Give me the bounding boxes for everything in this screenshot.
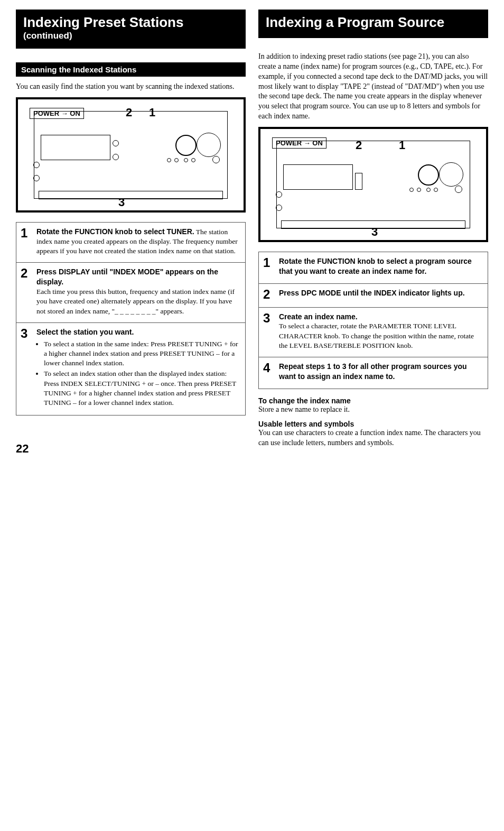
display-panel	[41, 135, 110, 160]
function-knob-icon	[418, 164, 439, 186]
knob-icon	[33, 162, 40, 168]
dot-icon	[191, 158, 195, 162]
note-change-head: To change the index name	[258, 396, 488, 405]
dot-icon	[426, 188, 431, 192]
left-steps: 1 Rotate the FUNCTION knob to select TUN…	[16, 222, 246, 416]
step-number: 2	[21, 267, 31, 316]
right-steps: 1 Rotate the FUNCTION knob to select a p…	[258, 252, 488, 389]
dot-icon	[434, 188, 438, 192]
page-number: 22	[16, 442, 246, 456]
step-lead: Press DPC MODE until the INDEX indicator…	[279, 289, 465, 297]
right-diagram: POWER → ON 2 1 3	[258, 127, 488, 242]
left-diagram: POWER → ON 2 1 3	[16, 97, 246, 213]
step-number: 3	[21, 327, 31, 409]
callout-3: 3	[118, 196, 125, 209]
step-body: Create an index name. To select a charac…	[279, 312, 483, 351]
callout-1: 1	[149, 106, 155, 119]
right-step-4: 4 Repeat steps 1 to 3 for all other prog…	[258, 357, 488, 389]
step-lead: Select the station you want.	[36, 327, 241, 337]
left-subtitle: (continued)	[23, 31, 238, 41]
page-columns: Indexing Preset Stations (continued) Sca…	[16, 10, 488, 456]
callout-1: 1	[399, 138, 405, 152]
step-body: Rotate the FUNCTION knob to select a pro…	[279, 256, 483, 276]
callout-2: 2	[356, 138, 362, 152]
dot-icon	[167, 158, 171, 162]
left-column: Indexing Preset Stations (continued) Sca…	[16, 10, 246, 456]
left-title-block: Indexing Preset Stations (continued)	[16, 10, 246, 49]
left-subheader: Scanning the Indexed Stations	[16, 62, 246, 77]
right-step-3: 3 Create an index name. To select a char…	[258, 308, 488, 358]
right-step-2: 2 Press DPC MODE until the INDEX indicat…	[258, 284, 488, 308]
step-lead: Rotate the FUNCTION knob to select TUNER…	[36, 227, 194, 236]
left-step-3: 3 Select the station you want. To select…	[16, 323, 246, 416]
step-body: Select the station you want. To select a…	[36, 327, 241, 409]
bullet-item: To select an index station other than th…	[44, 369, 241, 408]
dot-icon	[174, 158, 179, 162]
dot-icon	[184, 158, 188, 162]
step-body: Rotate the FUNCTION knob to select TUNER…	[36, 227, 241, 256]
left-intro: You can easily find the station you want…	[16, 82, 246, 92]
knob-icon	[33, 175, 40, 181]
step-text: To select a character, rotate the PARAME…	[279, 321, 483, 350]
knob-icon	[212, 156, 220, 163]
function-knob-icon	[175, 135, 197, 156]
step-lead: Rotate the FUNCTION knob to select a pro…	[279, 257, 472, 275]
right-intro: In addition to indexing preset radio sta…	[258, 52, 488, 122]
panel-icon	[355, 173, 362, 190]
step-body: Press DPC MODE until the INDEX indicator…	[279, 288, 465, 301]
receiver-outline	[276, 141, 470, 228]
note-usable-body: You can use characters to create a funct…	[258, 428, 488, 448]
step-number: 3	[263, 312, 274, 351]
receiver-outline	[34, 111, 228, 199]
callout-3: 3	[371, 225, 378, 239]
display-panel	[283, 164, 353, 190]
step-number: 1	[263, 256, 274, 276]
dot-icon	[409, 188, 414, 192]
step-body: Press DISPLAY until "INDEX MODE" appears…	[36, 267, 241, 316]
note-change-body: Store a new name to replace it.	[258, 405, 488, 415]
right-column: Indexing a Program Source In addition to…	[258, 10, 488, 456]
step-text: Each time you press this button, frequen…	[36, 287, 241, 316]
step-lead: Create an index name.	[279, 312, 483, 322]
right-step-1: 1 Rotate the FUNCTION knob to select a p…	[258, 252, 488, 283]
callout-2: 2	[126, 106, 132, 119]
step-lead: Press DISPLAY until "INDEX MODE" appears…	[36, 267, 241, 287]
knob-icon	[276, 191, 282, 198]
right-title: Indexing a Program Source	[266, 15, 481, 31]
note-usable-head: Usable letters and symbols	[258, 420, 488, 428]
right-title-block: Indexing a Program Source	[258, 10, 488, 38]
step-number: 1	[21, 227, 31, 256]
volume-knob-icon	[439, 162, 463, 187]
dot-icon	[417, 188, 421, 192]
knob-icon	[455, 186, 462, 193]
left-title: Indexing Preset Stations	[23, 15, 238, 31]
button-row	[39, 191, 223, 199]
step-number: 2	[263, 288, 274, 301]
knob-icon	[113, 154, 119, 160]
step-number: 4	[263, 362, 274, 382]
left-step-2: 2 Press DISPLAY until "INDEX MODE" appea…	[16, 263, 246, 322]
left-step-1: 1 Rotate the FUNCTION knob to select TUN…	[16, 222, 246, 263]
volume-knob-icon	[197, 133, 221, 157]
knob-icon	[113, 140, 119, 146]
step-lead: Repeat steps 1 to 3 for all other progra…	[279, 362, 467, 381]
step-bullets: To select a station in the same index: P…	[36, 339, 241, 408]
bullet-item: To select a station in the same index: P…	[44, 339, 241, 368]
step-body: Repeat steps 1 to 3 for all other progra…	[279, 362, 483, 382]
knob-icon	[276, 205, 282, 211]
